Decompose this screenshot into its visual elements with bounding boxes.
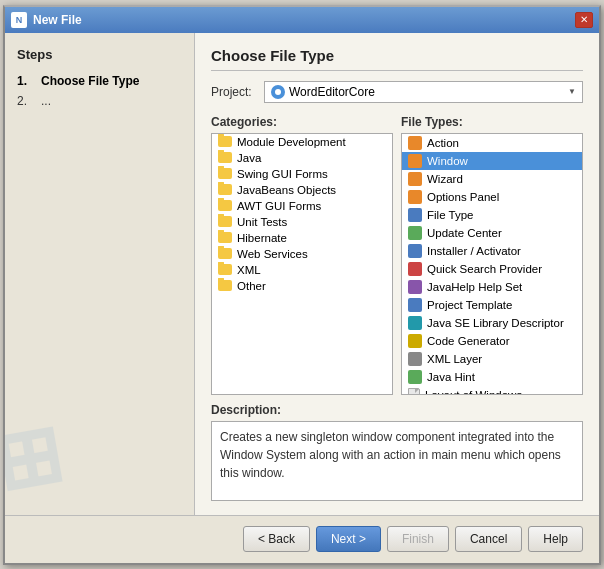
finish-button[interactable]: Finish <box>387 526 449 552</box>
sidebar: Steps 1. Choose File Type 2. ... ⊞ <box>5 33 195 515</box>
list-item[interactable]: Window <box>402 152 582 170</box>
filetype-icon <box>408 370 422 384</box>
project-label: Project: <box>211 85 256 99</box>
filetype-icon <box>408 244 422 258</box>
filetype-label: Window <box>427 155 468 167</box>
folder-icon <box>218 168 232 179</box>
filetype-icon <box>408 316 422 330</box>
panel-title: Choose File Type <box>211 47 583 71</box>
titlebar: N New File ✕ <box>5 7 599 33</box>
filetypes-section: File Types: Action Window Wizard <box>401 115 583 395</box>
list-item[interactable]: Wizard <box>402 170 582 188</box>
footer: < Back Next > Finish Cancel Help <box>5 515 599 563</box>
categories-list[interactable]: Module Development Java Swing GUI Forms <box>211 133 393 395</box>
list-item[interactable]: Java Hint <box>402 368 582 386</box>
dropdown-arrow-icon: ▼ <box>568 87 576 96</box>
list-item[interactable]: JavaBeans Objects <box>212 182 392 198</box>
list-item[interactable]: Unit Tests <box>212 214 392 230</box>
list-item[interactable]: AWT GUI Forms <box>212 198 392 214</box>
two-columns: Categories: Module Development Java S <box>211 115 583 395</box>
list-item[interactable]: Action <box>402 134 582 152</box>
description-section: Description: Creates a new singleton win… <box>211 403 583 501</box>
category-label: Module Development <box>237 136 346 148</box>
folder-icon <box>218 232 232 243</box>
category-label: JavaBeans Objects <box>237 184 336 196</box>
list-item[interactable]: Options Panel <box>402 188 582 206</box>
folder-icon <box>218 264 232 275</box>
list-item[interactable]: Java SE Library Descriptor <box>402 314 582 332</box>
filetype-icon <box>408 352 422 366</box>
content-area: Steps 1. Choose File Type 2. ... ⊞ Choos… <box>5 33 599 515</box>
description-label: Description: <box>211 403 583 417</box>
project-icon <box>271 85 285 99</box>
project-value: WordEditorCore <box>289 85 375 99</box>
next-button[interactable]: Next > <box>316 526 381 552</box>
folder-icon <box>218 248 232 259</box>
filetypes-label: File Types: <box>401 115 583 129</box>
step-1-num: 1. <box>17 74 35 88</box>
list-item[interactable]: JavaHelp Help Set <box>402 278 582 296</box>
filetype-icon <box>408 208 422 222</box>
list-item[interactable]: Web Services <box>212 246 392 262</box>
steps-list: 1. Choose File Type 2. ... <box>17 74 182 108</box>
filetype-icon <box>408 334 422 348</box>
filetype-icon <box>408 298 422 312</box>
list-item[interactable]: Java <box>212 150 392 166</box>
category-label: Hibernate <box>237 232 287 244</box>
sidebar-title: Steps <box>17 47 182 62</box>
filetype-label: Java Hint <box>427 371 475 383</box>
list-item[interactable]: XML <box>212 262 392 278</box>
filetype-icon <box>408 262 422 276</box>
titlebar-left: N New File <box>11 12 82 28</box>
filetype-label: Java SE Library Descriptor <box>427 317 564 329</box>
filetype-icon <box>408 154 422 168</box>
filetype-icon <box>408 226 422 240</box>
filetypes-list[interactable]: Action Window Wizard Options Panel <box>401 133 583 395</box>
folder-icon <box>218 200 232 211</box>
list-item[interactable]: Quick Search Provider <box>402 260 582 278</box>
window-title: New File <box>33 13 82 27</box>
category-label: XML <box>237 264 261 276</box>
filetype-icon <box>408 388 420 395</box>
project-select[interactable]: WordEditorCore ▼ <box>264 81 583 103</box>
list-item[interactable]: XML Layer <box>402 350 582 368</box>
list-item[interactable]: Installer / Activator <box>402 242 582 260</box>
close-button[interactable]: ✕ <box>575 12 593 28</box>
back-button[interactable]: < Back <box>243 526 310 552</box>
categories-label: Categories: <box>211 115 393 129</box>
filetype-label: Quick Search Provider <box>427 263 542 275</box>
filetype-label: Options Panel <box>427 191 499 203</box>
folder-icon <box>218 136 232 147</box>
category-label: Unit Tests <box>237 216 287 228</box>
filetype-icon <box>408 190 422 204</box>
filetype-label: Action <box>427 137 459 149</box>
list-item[interactable]: Other <box>212 278 392 294</box>
step-1: 1. Choose File Type <box>17 74 182 88</box>
project-row: Project: WordEditorCore ▼ <box>211 81 583 103</box>
step-1-label: Choose File Type <box>41 74 139 88</box>
list-item[interactable]: Project Template <box>402 296 582 314</box>
filetype-label: Project Template <box>427 299 512 311</box>
filetype-label: Layout of Windows <box>425 389 522 395</box>
folder-icon <box>218 152 232 163</box>
filetype-icon <box>408 136 422 150</box>
cancel-button[interactable]: Cancel <box>455 526 522 552</box>
list-item[interactable]: Update Center <box>402 224 582 242</box>
list-item[interactable]: Swing GUI Forms <box>212 166 392 182</box>
list-item[interactable]: Module Development <box>212 134 392 150</box>
folder-icon <box>218 184 232 195</box>
list-item[interactable]: Code Generator <box>402 332 582 350</box>
category-label: Other <box>237 280 266 292</box>
step-2: 2. ... <box>17 94 182 108</box>
window-icon: N <box>11 12 27 28</box>
step-2-num: 2. <box>17 94 35 108</box>
list-item[interactable]: Hibernate <box>212 230 392 246</box>
list-item[interactable]: File Type <box>402 206 582 224</box>
folder-icon <box>218 280 232 291</box>
filetype-label: File Type <box>427 209 473 221</box>
new-file-dialog: N New File ✕ Steps 1. Choose File Type 2… <box>3 5 601 565</box>
list-item[interactable]: Layout of Windows <box>402 386 582 395</box>
description-text: Creates a new singleton window component… <box>211 421 583 501</box>
filetype-label: JavaHelp Help Set <box>427 281 522 293</box>
help-button[interactable]: Help <box>528 526 583 552</box>
